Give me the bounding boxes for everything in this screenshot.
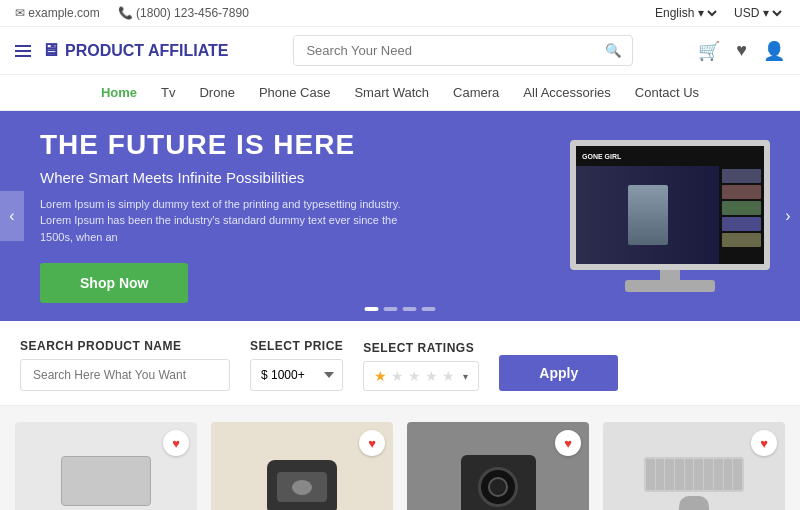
search-input[interactable]: [294, 36, 595, 65]
lang-usd: English ▾ USD ▾: [651, 5, 785, 21]
header-icons: 🛒 ♥ 👤: [698, 40, 785, 62]
product-image-3: ♥: [407, 422, 589, 510]
star-5[interactable]: ★: [442, 368, 455, 384]
header: 🖥 PRODUCT AFFILIATE 🔍 🛒 ♥ 👤: [0, 27, 800, 75]
hero-banner: ‹ THE FUTURE IS HERE Where Smart Meets I…: [0, 111, 800, 321]
phone-icon: 📞 (1800) 123-456-7890: [118, 6, 249, 20]
hamburger-icon[interactable]: [15, 45, 31, 57]
nav-phone-case[interactable]: Phone Case: [259, 85, 331, 100]
product-image-1: ♥: [15, 422, 197, 510]
currency-select[interactable]: USD ▾: [730, 5, 785, 21]
product-card-1: ♥ Product Name Here: [15, 422, 197, 510]
star-3[interactable]: ★: [408, 368, 421, 384]
products-section: ♥ Product Name Here ♥ Pr: [0, 406, 800, 510]
wishlist-btn-3[interactable]: ♥: [555, 430, 581, 456]
nav-drone[interactable]: Drone: [199, 85, 234, 100]
top-bar-right: English ▾ USD ▾: [651, 5, 785, 21]
tv-screen: GONE GIRL: [570, 140, 770, 270]
email-icon: ✉ example.com: [15, 6, 100, 20]
product-search-input[interactable]: [20, 359, 230, 391]
apply-button[interactable]: Apply: [499, 355, 618, 391]
hero-description: Lorem Ipsum is simply dummy text of the …: [40, 196, 420, 246]
logo: 🖥 PRODUCT AFFILIATE: [15, 40, 229, 61]
wishlist-btn-4[interactable]: ♥: [751, 430, 777, 456]
main-nav: Home Tv Drone Phone Case Smart Watch Cam…: [0, 75, 800, 111]
product-image-4: ♥: [603, 422, 785, 510]
nav-contact-us[interactable]: Contact Us: [635, 85, 699, 100]
hero-subtitle: Where Smart Meets Infinite Possibilities: [40, 169, 420, 186]
account-icon[interactable]: 👤: [763, 40, 785, 62]
tv-show-title: GONE GIRL: [582, 153, 621, 160]
products-grid: ♥ Product Name Here ♥ Pr: [15, 422, 785, 510]
price-select[interactable]: Min $500+ $ 1000+ $2000+: [250, 359, 343, 391]
tv-display: GONE GIRL: [570, 140, 770, 292]
star-rating-selector[interactable]: ★ ★ ★ ★ ★ ▾: [363, 361, 479, 391]
price-filter-group: SELECT PRICE Min $500+ $ 1000+ $2000+: [250, 339, 343, 391]
nav-smart-watch[interactable]: Smart Watch: [354, 85, 429, 100]
wishlist-btn-1[interactable]: ♥: [163, 430, 189, 456]
product-card-3: ♥ Product Name Here: [407, 422, 589, 510]
hero-image: GONE GIRL: [570, 140, 770, 292]
star-2[interactable]: ★: [391, 368, 404, 384]
logo-icon: 🖥: [41, 40, 59, 61]
product-card-2: ♥ Product Name Here: [211, 422, 393, 510]
filter-section: SEARCH PRODUCT NAME SELECT PRICE Min $50…: [0, 321, 800, 406]
wishlist-btn-2[interactable]: ♥: [359, 430, 385, 456]
logo-text: PRODUCT AFFILIATE: [65, 42, 229, 60]
ratings-dropdown-icon[interactable]: ▾: [463, 371, 468, 382]
search-filter-label: SEARCH PRODUCT NAME: [20, 339, 230, 353]
product-card-4: ♥ Product Name Here: [603, 422, 785, 510]
search-button[interactable]: 🔍: [595, 36, 632, 65]
nav-tv[interactable]: Tv: [161, 85, 175, 100]
hero-content: THE FUTURE IS HERE Where Smart Meets Inf…: [0, 111, 460, 321]
tv-neck: [660, 270, 680, 280]
nav-camera[interactable]: Camera: [453, 85, 499, 100]
ratings-filter-group: SELECT RATINGS ★ ★ ★ ★ ★ ▾: [363, 341, 479, 391]
product-image-2: ♥: [211, 422, 393, 510]
price-filter-label: SELECT PRICE: [250, 339, 343, 353]
hero-next-button[interactable]: ›: [776, 191, 800, 241]
nav-all-accessories[interactable]: All Accessories: [523, 85, 610, 100]
top-bar: ✉ example.com 📞 (1800) 123-456-7890 Engl…: [0, 0, 800, 27]
search-filter-group: SEARCH PRODUCT NAME: [20, 339, 230, 391]
nav-home[interactable]: Home: [101, 85, 137, 100]
top-bar-left: ✉ example.com 📞 (1800) 123-456-7890: [15, 6, 249, 20]
shop-now-button[interactable]: Shop Now: [40, 263, 188, 303]
cart-icon[interactable]: 🛒: [698, 40, 720, 62]
language-select[interactable]: English ▾: [651, 5, 720, 21]
star-4[interactable]: ★: [425, 368, 438, 384]
star-1[interactable]: ★: [374, 368, 387, 384]
ratings-filter-label: SELECT RATINGS: [363, 341, 479, 355]
wishlist-icon[interactable]: ♥: [736, 40, 747, 61]
hero-prev-button[interactable]: ‹: [0, 191, 24, 241]
search-bar: 🔍: [293, 35, 633, 66]
hero-title: THE FUTURE IS HERE: [40, 129, 420, 161]
